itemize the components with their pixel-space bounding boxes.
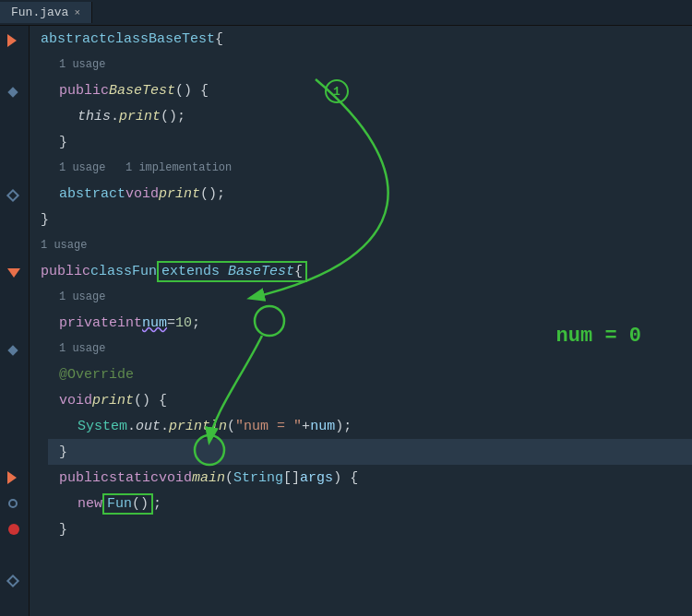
close-tab-button[interactable]: ×: [74, 7, 80, 18]
gutter-circle-20: [8, 491, 18, 516]
code-line-3: public BaseTest() { 1: [48, 77, 692, 103]
gutter-arrow-18: [7, 465, 17, 491]
code-line-20: }: [48, 516, 692, 542]
code-line-5: }: [48, 129, 692, 155]
gutter-diamond-outline-23: [8, 568, 18, 594]
code-line-7: abstract void print();: [48, 181, 692, 207]
num-eq-0-annotation: num = 0: [556, 325, 641, 348]
code-line-17: }: [48, 439, 692, 465]
code-editor: abstract class BaseTest { 1 usage public…: [30, 26, 692, 616]
tab-filename: Fun.java: [11, 6, 68, 19]
gutter-diamond-13: [9, 338, 17, 363]
code-line-10: public class Fun extends BaseTest{: [30, 258, 692, 284]
code-line-16: System.out.println("num = " + num);: [66, 413, 692, 439]
file-tab[interactable]: Fun.java ×: [0, 2, 92, 23]
code-line-4: this.print();: [66, 103, 692, 129]
code-line-18: public static void main(String[] args) {: [48, 465, 692, 491]
code-line-6: 1 usage 1 implementation: [48, 155, 692, 181]
gutter-diamond-outline-7: [8, 183, 18, 208]
code-line-2: 1 usage: [48, 52, 692, 77]
code-line-9: 1 usage: [30, 232, 692, 258]
gutter-diamond-3: [9, 79, 17, 105]
gutter-arrow-down-10: [7, 260, 20, 286]
gutter-arrow-1: [7, 28, 17, 53]
code-line-15: void print() {: [48, 387, 692, 413]
code-line-19: new Fun();: [66, 491, 692, 516]
code-line-1: abstract class BaseTest {: [30, 26, 692, 52]
breakpoint-21: [8, 516, 19, 542]
code-line-11: 1 usage: [48, 284, 692, 310]
code-line-8: }: [30, 207, 692, 232]
fun-box: Fun(): [102, 493, 153, 515]
code-line-14: @Override: [48, 361, 692, 387]
extends-box: extends BaseTest{: [157, 261, 307, 282]
circle-annotation-1: 1: [325, 79, 349, 103]
